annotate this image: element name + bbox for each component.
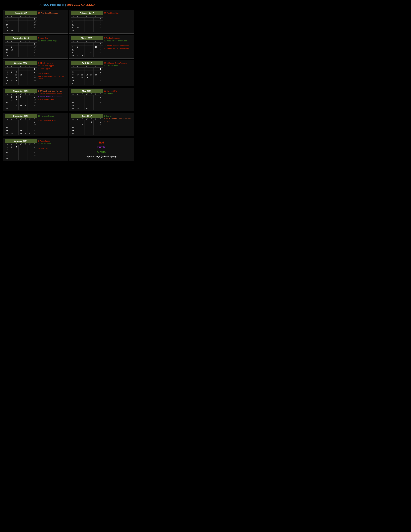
note-feb-1: 20 Presidents Day (104, 12, 132, 14)
note-aug-1: 29 First Day of Preschool (38, 12, 66, 14)
cal-dec2016-table: December 2016 SMTWTFS 3 410 1117 1821222… (5, 114, 37, 135)
cal-dec2016-header: December 2016 (5, 114, 37, 118)
note-mar-4: 28 Parent Teacher Conferences (104, 47, 132, 50)
cal-nov2016: November 2016 SMTWTFS 1235 67812 1319 20… (3, 88, 68, 111)
cal-dec2016-notes: 16 Hanukah Parties 12/21-1/2 Winter Brea… (38, 114, 66, 135)
note-may-2: 31 Shavuot (104, 93, 132, 95)
cal-jan2017: January 2017 SMTWTFS 1237 814 151621 222… (3, 138, 68, 161)
legend-red: Red (99, 141, 104, 144)
cal-may2017: May 2017 SMTWTFS 6 713 1420 2127 282931 … (69, 88, 134, 111)
note-oct-5: 24-25 Shemini Atzeret & Simchat Torah (38, 75, 66, 80)
cal-nov2016-header: November 2016 (5, 89, 37, 93)
cal-may2017-header: May 2017 (71, 89, 103, 93)
cal-jun2017-notes: 1 Shavuot 8 Pre-K Seeyum 10:45 ~ Last da… (104, 114, 132, 135)
cal-mar2017-notes: 6 Teacher In-service 10 Purim Parade and… (104, 36, 132, 57)
cal-mar2017: March 2017 SMTWTFS 4 561011 1218 192325 … (69, 35, 134, 58)
note-oct-1: 3-4 Rosh Hashana (38, 62, 66, 64)
cal-aug2016: August 2016 SMTWTFS 6 713 1420 2127 2829… (3, 10, 68, 34)
cal-jun2017: June 2017 SMTWTFS 13 4810 1117 1824 25 1… (69, 113, 134, 136)
note-jun-2: 8 Pre-K Seeyum 10:45 ~ Last day parties (104, 117, 132, 123)
note-jan-2: 3 First day back (38, 142, 66, 145)
cal-jan2017-header: January 2017 (5, 139, 37, 143)
cal-jan2017-table: January 2017 SMTWTFS 1237 814 151621 222… (5, 139, 37, 160)
cal-feb2017-table: February 2017 SMTWTFS 4 511 1218 192025 … (71, 11, 103, 32)
cal-oct2016: October 2016 SMTWTFS 1 2348 9111215 1617… (3, 60, 68, 86)
note-jan-3: 16 MLK Day (38, 147, 66, 150)
cal-nov2016-table: November 2016 SMTWTFS 1235 67812 1319 20… (5, 89, 37, 110)
note-nov-2: 7 Parent/Teacher conferences (38, 93, 66, 95)
note-jan-1: 2 Winter break (38, 140, 66, 142)
cal-sep2016: September 2016 SMTWTFS 3 4510 111217 182… (3, 35, 68, 58)
note-apr-2: 19 First day back (104, 65, 132, 67)
note-mar-3: 27 Parent Teacher Conferences (104, 45, 132, 47)
legend-purple: Purple (97, 146, 106, 149)
note-mar-1: 6 Teacher In-service (104, 37, 132, 39)
note-dec-1: 16 Hanukah Parties (38, 115, 66, 117)
cal-feb2017: February 2017 SMTWTFS 4 511 1218 192025 … (69, 10, 134, 34)
cal-jun2017-header: June 2017 (71, 114, 103, 118)
cal-aug2016-table: August 2016 SMTWTFS 6 713 1420 2127 2829 (5, 11, 37, 32)
note-sep-2: 12 Back to School Night (38, 40, 66, 42)
note-may-1: 29 Memorial Day (104, 90, 132, 92)
title-part2: 2016-2017 CALENDAR (66, 3, 97, 6)
cal-apr2017: April 2017 SMTWTFS 1 28 9101112131415 16… (69, 60, 134, 86)
cal-sep2016-header: September 2016 (5, 36, 37, 40)
cal-may2017-notes: 29 Memorial Day 31 Shavuot (104, 89, 132, 110)
cal-oct2016-header: October 2016 (5, 61, 37, 65)
cal-dec2016: December 2016 SMTWTFS 3 410 1117 1821222… (3, 113, 68, 136)
note-nov-3: 8 Parent Teacher conferences (38, 95, 66, 98)
cal-apr2017-header: April 2017 (71, 61, 103, 65)
note-nov-1: 1-3 Class & Individual Portraits (38, 90, 66, 92)
cal-mar2017-table: March 2017 SMTWTFS 4 561011 1218 192325 … (71, 36, 103, 57)
legend-box: Red Purple Green Special Days (school op… (69, 138, 134, 161)
cal-apr2017-table: April 2017 SMTWTFS 1 28 9101112131415 16… (71, 61, 103, 85)
cal-sep2016-notes: 7 Labor Day 12 Back to School Night (38, 36, 66, 57)
note-oct-4: 17-18 Sukkot (38, 72, 66, 75)
note-sep-1: 7 Labor Day (38, 37, 66, 39)
cal-aug2016-notes: 29 First Day of Preschool (38, 11, 66, 32)
note-oct-2: 11 Erev Yom Kippur (38, 65, 66, 67)
cal-nov2016-notes: 1-3 Class & Individual Portraits 7 Paren… (38, 89, 66, 110)
cal-jan2017-notes: 2 Winter break 3 First day back 16 MLK D… (38, 139, 66, 160)
cal-feb2017-header: February 2017 (71, 11, 103, 15)
calendar-grid: August 2016 SMTWTFS 6 713 1420 2127 2829… (3, 10, 134, 161)
title-part1: APJCC Preschool | (39, 3, 66, 6)
note-dec-2: 12/21-1/2 Winter Break (38, 119, 66, 122)
note-nov-4: 23-25 Thanksgiving (38, 98, 66, 101)
cal-sep2016-table: September 2016 SMTWTFS 3 4510 111217 182… (5, 36, 37, 57)
note-mar-2: 10 Purim Parade and Parties (104, 40, 132, 42)
cal-jun2017-table: June 2017 SMTWTFS 13 4810 1117 1824 25 (71, 114, 103, 135)
cal-oct2016-table: October 2016 SMTWTFS 1 2348 9111215 1617… (5, 61, 37, 85)
cal-may2017-table: May 2017 SMTWTFS 6 713 1420 2127 282931 (71, 89, 103, 110)
cal-apr2017-notes: 10-18 Spring Break/Passover 19 First day… (104, 61, 132, 85)
page-title: APJCC Preschool | 2016-2017 CALENDAR (3, 3, 134, 7)
legend-green: Green (97, 150, 106, 154)
note-apr-1: 10-18 Spring Break/Passover (104, 62, 132, 64)
note-oct-3: 12 Yom Kippur (38, 67, 66, 70)
legend-special: Special Days (school open)- (86, 155, 117, 158)
cal-oct2016-notes: 3-4 Rosh Hashana 11 Erev Yom Kippur 12 Y… (38, 61, 66, 85)
cal-mar2017-header: March 2017 (71, 36, 103, 40)
note-jun-1: 1 Shavuot (104, 115, 132, 117)
cal-aug2016-header: August 2016 (5, 11, 37, 15)
cal-feb2017-notes: 20 Presidents Day (104, 11, 132, 32)
